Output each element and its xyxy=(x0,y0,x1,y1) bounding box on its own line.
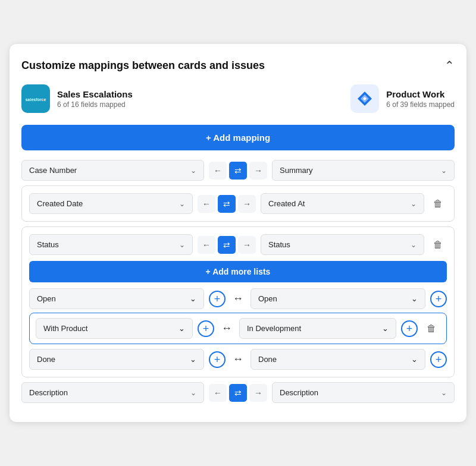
chevron-down-icon: ⌄ xyxy=(411,294,418,303)
list-value-row-2-highlighted: With Product ⌄ + ↔ In Development ⌄ + 🗑 xyxy=(29,313,447,344)
list-right-val-1: Open xyxy=(258,294,277,303)
collapse-icon[interactable]: ⌃ xyxy=(444,58,455,73)
chevron-down-icon: ⌄ xyxy=(179,200,185,208)
left-field-label-2: Created Date xyxy=(37,199,83,208)
right-field-label-1: Summary xyxy=(280,166,313,175)
arrow-left-btn-2[interactable]: ← xyxy=(198,195,215,213)
sources-row: salesforce Sales Escalations 6 of 16 fie… xyxy=(21,84,455,113)
list-left-select-1[interactable]: Open ⌄ xyxy=(29,288,204,309)
chevron-down-icon: ⌄ xyxy=(411,355,418,364)
plus-circle-btn-left-3[interactable]: + xyxy=(209,351,226,368)
list-right-select-1[interactable]: Open ⌄ xyxy=(250,288,425,309)
plus-circle-btn-right-2[interactable]: + xyxy=(401,320,418,337)
left-field-label-4: Description xyxy=(29,388,68,397)
right-source-sub: 6 of 39 fields mapped xyxy=(386,100,455,109)
list-right-val-3: Done xyxy=(258,355,277,364)
arrow-left-btn-1[interactable]: ← xyxy=(209,162,227,180)
arrow-right-btn-1[interactable]: → xyxy=(249,162,267,180)
arrow-bidir-btn-3[interactable]: ⇄ xyxy=(218,236,236,254)
list-right-val-2: In Development xyxy=(247,324,301,333)
card-header: Customize mappings between cards and iss… xyxy=(21,58,455,73)
left-source-sub: 6 of 16 fields mapped xyxy=(57,100,133,109)
list-value-row-3: Done ⌄ + ↔ Done ⌄ + xyxy=(29,349,447,370)
chevron-down-icon: ⌄ xyxy=(190,355,196,364)
list-left-select-2[interactable]: With Product ⌄ xyxy=(36,318,193,339)
add-more-lists-button[interactable]: + Add more lists xyxy=(29,261,447,282)
right-field-select-4[interactable]: Description ⌄ xyxy=(272,382,455,403)
list-left-select-3[interactable]: Done ⌄ xyxy=(29,349,204,370)
main-card: Customize mappings between cards and iss… xyxy=(10,44,466,422)
mapping-row-3: Status ⌄ ← ⇄ → Status ⌄ 🗑 xyxy=(29,234,447,255)
mapping-section-3: Status ⌄ ← ⇄ → Status ⌄ 🗑 + Add more lis… xyxy=(21,226,455,377)
chevron-down-icon: ⌄ xyxy=(190,389,196,397)
arrow-bidir-btn-2[interactable]: ⇄ xyxy=(218,195,236,213)
arrow-right-btn-2[interactable]: → xyxy=(238,195,256,213)
right-source-name: Product Work xyxy=(386,89,455,99)
chevron-down-icon: ⌄ xyxy=(382,324,389,333)
left-field-select-2[interactable]: Created Date ⌄ xyxy=(29,193,193,214)
right-field-select-1[interactable]: Summary ⌄ xyxy=(272,160,455,181)
mapping-row-2: Created Date ⌄ ← ⇄ → Created At ⌄ 🗑 xyxy=(29,193,447,214)
right-field-select-3[interactable]: Status ⌄ xyxy=(261,234,424,255)
plus-circle-btn-right-1[interactable]: + xyxy=(430,291,447,307)
delete-btn-2[interactable]: 🗑 xyxy=(429,195,447,213)
chevron-down-icon: ⌄ xyxy=(411,241,416,249)
arrow-bidir-btn-4[interactable]: ⇄ xyxy=(229,384,247,402)
arrow-left-btn-4[interactable]: ← xyxy=(209,384,227,402)
arrow-left-btn-3[interactable]: ← xyxy=(198,236,215,254)
chevron-down-icon: ⌄ xyxy=(190,294,196,303)
bidir-arrow-2: ↔ xyxy=(219,322,234,335)
list-right-select-2[interactable]: In Development ⌄ xyxy=(239,318,396,339)
source-right: Product Work 6 of 39 fields mapped xyxy=(350,84,455,113)
arrow-group-3: ← ⇄ → xyxy=(198,236,256,254)
left-field-label-3: Status xyxy=(37,240,59,249)
left-field-select-4[interactable]: Description ⌄ xyxy=(21,382,204,403)
chevron-down-icon: ⌄ xyxy=(441,166,447,175)
arrow-right-btn-3[interactable]: → xyxy=(238,236,256,254)
arrow-group-4: ← ⇄ → xyxy=(209,384,267,402)
list-right-select-3[interactable]: Done ⌄ xyxy=(250,349,425,370)
mapping-row-4: Description ⌄ ← ⇄ → Description ⌄ xyxy=(21,382,455,403)
list-value-row-1: Open ⌄ + ↔ Open ⌄ + xyxy=(29,288,447,309)
arrow-group-2: ← ⇄ → xyxy=(198,195,256,213)
arrow-bidir-btn-1[interactable]: ⇄ xyxy=(229,162,247,180)
source-left: salesforce Sales Escalations 6 of 16 fie… xyxy=(21,84,133,113)
mapping-section-2: Created Date ⌄ ← ⇄ → Created At ⌄ 🗑 xyxy=(21,185,455,222)
delete-list-val-btn-2[interactable]: 🗑 xyxy=(422,320,440,338)
left-field-label-1: Case Number xyxy=(29,166,77,175)
right-field-label-4: Description xyxy=(280,388,318,397)
delete-btn-3[interactable]: 🗑 xyxy=(429,236,447,254)
salesforce-logo: salesforce xyxy=(21,84,50,113)
list-left-val-2: With Product xyxy=(43,324,87,333)
left-field-select-3[interactable]: Status ⌄ xyxy=(29,234,193,255)
jira-logo xyxy=(350,84,379,113)
list-left-val-3: Done xyxy=(37,355,55,364)
chevron-down-icon: ⌄ xyxy=(178,324,185,333)
chevron-down-icon: ⌄ xyxy=(190,166,196,175)
arrow-right-btn-4[interactable]: → xyxy=(249,384,267,402)
plus-circle-btn-left-1[interactable]: + xyxy=(209,291,226,307)
page-title: Customize mappings between cards and iss… xyxy=(21,59,265,72)
plus-circle-btn-right-3[interactable]: + xyxy=(430,351,447,368)
arrow-group-1: ← ⇄ → xyxy=(209,162,267,180)
chevron-down-icon: ⌄ xyxy=(441,389,447,397)
mapping-row-1: Case Number ⌄ ← ⇄ → Summary ⌄ xyxy=(21,160,455,181)
right-field-select-2[interactable]: Created At ⌄ xyxy=(261,193,424,214)
right-field-label-3: Status xyxy=(268,240,290,249)
chevron-down-icon: ⌄ xyxy=(411,200,416,208)
plus-circle-btn-left-2[interactable]: + xyxy=(198,320,214,337)
left-field-select-1[interactable]: Case Number ⌄ xyxy=(21,160,204,181)
bidir-arrow-1: ↔ xyxy=(230,292,246,305)
bidir-arrow-3: ↔ xyxy=(230,353,246,366)
add-mapping-button[interactable]: + Add mapping xyxy=(21,125,455,150)
left-source-name: Sales Escalations xyxy=(57,89,133,99)
list-left-val-1: Open xyxy=(37,294,56,303)
chevron-down-icon: ⌄ xyxy=(179,241,185,249)
right-field-label-2: Created At xyxy=(268,199,305,208)
svg-text:salesforce: salesforce xyxy=(26,97,46,102)
